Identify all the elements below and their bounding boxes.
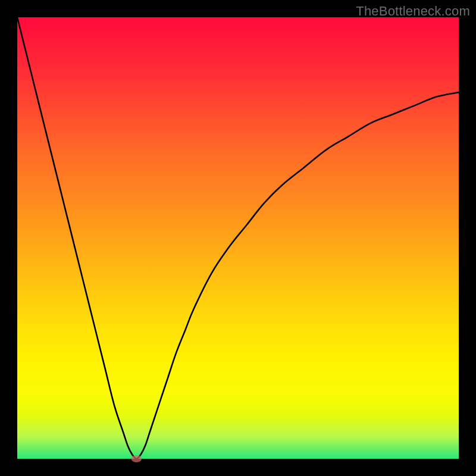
optimal-marker bbox=[131, 455, 142, 462]
chart-frame: TheBottleneck.com bbox=[0, 0, 476, 476]
bottleneck-curve bbox=[17, 17, 459, 459]
plot-area bbox=[17, 17, 459, 459]
curve-path bbox=[17, 17, 459, 459]
